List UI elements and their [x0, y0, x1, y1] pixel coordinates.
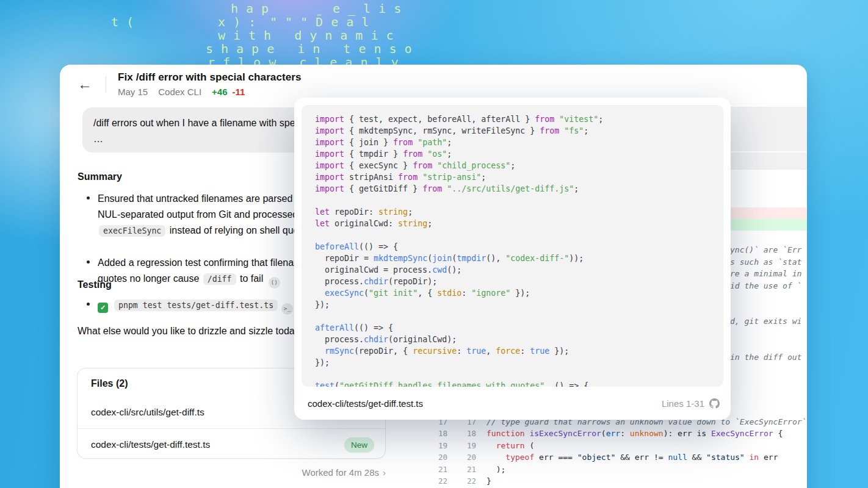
bullet-text: NUL-separated output from Git and proces…	[98, 209, 318, 220]
diff-comment-fragment: ync()` are `Err	[730, 245, 801, 254]
testing-heading: Testing	[78, 279, 112, 290]
code-token: "fs"	[564, 126, 584, 135]
code-token	[418, 173, 422, 182]
popup-code-line: rmSync(repoDir, { recursive: true, force…	[315, 345, 723, 357]
code-token: err ===	[534, 453, 577, 462]
popup-code-line: });	[315, 357, 723, 368]
code-token: :	[620, 429, 630, 438]
code-chip: /diff	[203, 273, 236, 285]
code-token: stdio	[437, 289, 461, 298]
code-token: ,	[486, 346, 496, 356]
code-token: { test, expect, beforeAll, afterAll }	[344, 115, 535, 124]
code-token: :	[457, 346, 466, 356]
code-token: , () => {	[544, 381, 588, 387]
testing-bullets: ✓pnpm test tests/get-diff.test.ts>_	[78, 297, 293, 329]
code-token	[413, 138, 418, 147]
line-number-old: 21	[421, 464, 447, 475]
code-token: ));	[569, 254, 584, 263]
popup-lines-link[interactable]: Lines 1-31	[662, 398, 720, 409]
diff-comment-fragment: d, git exits wi	[730, 317, 801, 326]
code-token: stripAnsi	[344, 173, 398, 182]
code-token: "vitest"	[559, 115, 598, 124]
code-token: }	[486, 476, 491, 486]
code-token: rmSync	[325, 346, 354, 356]
back-button[interactable]: ←	[74, 74, 95, 94]
code-token: from	[535, 115, 554, 124]
code-token: "child_process"	[437, 161, 510, 170]
code-token: let	[315, 219, 330, 228]
code-token: repoDir =	[315, 254, 374, 263]
file-row[interactable]: codex-cli/tests/get-diff.test.tsNew	[78, 428, 385, 460]
code-token: ;	[574, 184, 579, 193]
popup-file-path: codex-cli/tests/get-diff.test.ts	[308, 398, 423, 409]
code-token: function	[486, 429, 525, 438]
chevron-right-icon: ›	[383, 467, 386, 478]
popup-footer: codex-cli/tests/get-diff.test.ts Lines 1…	[302, 387, 723, 420]
code-token: "status"	[706, 453, 745, 462]
code-token: process.	[315, 335, 364, 344]
popup-code-line: import { execSync } from "child_process"…	[315, 160, 723, 171]
background-glyphs: shape in tenso	[206, 41, 420, 56]
code-token: from	[398, 173, 418, 182]
diff-comment-fragment: re a minimal in	[730, 269, 801, 278]
code-token: });	[549, 346, 569, 356]
code-token: recursive	[413, 346, 457, 356]
popup-code-line	[315, 229, 723, 241]
code-token: import	[315, 161, 344, 170]
code-token: originalCwd:	[330, 219, 398, 228]
worked-duration[interactable]: Worked for 4m 28s›	[77, 467, 386, 478]
code-token: (originalCwd);	[388, 335, 457, 344]
diff-comment-fragment: s such as `stat	[730, 257, 801, 267]
code-token: err	[759, 453, 778, 462]
code-chip: pnpm test tests/get-diff.test.ts	[114, 300, 278, 311]
code-token: let	[315, 207, 330, 217]
code-token: :	[461, 289, 471, 298]
page-title: Fix /diff error with special characters	[118, 71, 302, 84]
code-token: ;	[447, 138, 452, 147]
code-token: import	[315, 126, 344, 135]
code-reference-icon[interactable]: ()	[269, 277, 280, 289]
diff-code-text: return (	[476, 440, 534, 451]
code-token	[315, 289, 325, 298]
code-token	[315, 346, 325, 356]
code-token: from	[403, 149, 422, 159]
background-glyphs: e_lis	[333, 1, 409, 16]
background-glyphs: """D̄eal	[270, 15, 377, 29]
code-token: :	[520, 346, 530, 356]
code-token: chdir	[364, 277, 388, 286]
code-token: ;	[427, 219, 432, 228]
code-token: (	[427, 254, 432, 263]
code-token: originalCwd = process.	[315, 265, 432, 274]
code-token: (	[452, 254, 457, 263]
code-token: in	[750, 453, 759, 462]
code-token: "codex-diff-"	[505, 254, 569, 263]
code-token: "ignore"	[471, 289, 510, 298]
code-token: });	[315, 300, 330, 309]
bullet-text: Ensured that untracked filenames are par…	[98, 193, 324, 204]
code-token: "strip-ansi"	[422, 173, 481, 182]
popup-code-line: import { mkdtempSync, rmSync, writeFileS…	[315, 125, 723, 137]
popup-code-line: });	[315, 299, 723, 310]
code-token	[745, 453, 750, 462]
code-token	[486, 441, 496, 450]
code-token: from	[540, 126, 559, 135]
code-token: from	[413, 161, 432, 170]
popup-code-line: import { tmpdir } from "os";	[315, 148, 723, 160]
check-icon: ✓	[98, 303, 108, 313]
code-token: { getGitDiff }	[344, 184, 422, 193]
code-token: );	[486, 465, 505, 474]
code-token: (),	[486, 254, 505, 263]
bullet-text: instead of relying on shell quoting	[167, 225, 314, 235]
terminal-icon[interactable]: >_	[281, 303, 293, 315]
popup-code-line: import { getGitDiff } from "../src/utils…	[315, 183, 723, 195]
line-number-old: 20	[421, 451, 447, 463]
code-token: afterAll	[315, 323, 354, 332]
code-token: import	[315, 115, 344, 124]
popup-code-block: import { test, expect, beforeAll, afterA…	[302, 105, 723, 387]
diff-comment-fragment: in the diff out	[730, 353, 801, 362]
background-glyphs: with dynamic	[218, 28, 402, 43]
code-token: tmpdir	[457, 254, 486, 263]
code-token: isExecSyncError	[529, 429, 601, 438]
file-path: codex-cli/src/utils/get-diff.ts	[91, 407, 204, 417]
code-token: });	[510, 289, 530, 298]
